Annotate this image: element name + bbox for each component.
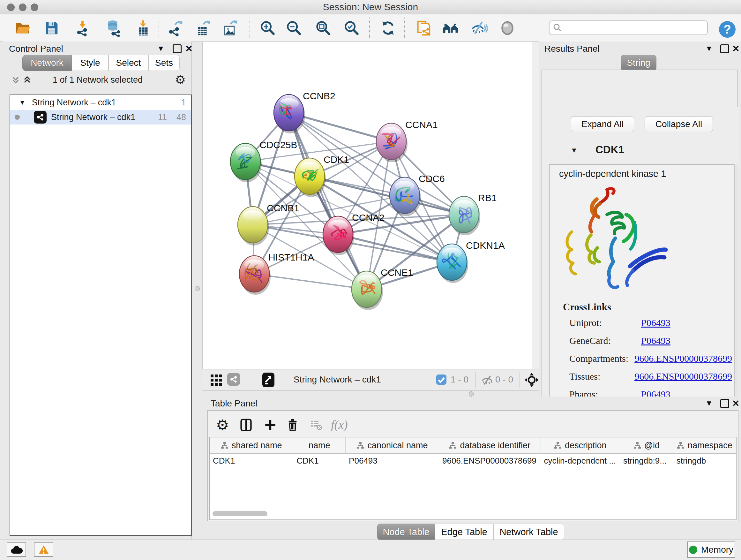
panel-float-icon[interactable] bbox=[720, 44, 729, 53]
network-node-CCNA1[interactable] bbox=[376, 123, 408, 162]
collapse-all-button[interactable]: Collapse All bbox=[645, 116, 713, 132]
network-collection-row[interactable]: ▼ String Network – cdk1 1 bbox=[10, 95, 191, 110]
tab-style[interactable]: Style bbox=[72, 55, 109, 71]
column-header-name[interactable]: name bbox=[293, 437, 346, 453]
table-cell[interactable]: 9606.ENSP00000378699 bbox=[439, 454, 541, 468]
expand-all-icon[interactable] bbox=[22, 75, 32, 85]
zoom-in-icon[interactable] bbox=[259, 19, 276, 37]
selected-checkbox-icon[interactable] bbox=[436, 374, 447, 385]
delete-column-icon[interactable] bbox=[284, 416, 301, 434]
table-cell[interactable]: stringdb bbox=[673, 454, 736, 468]
refresh-icon[interactable] bbox=[380, 19, 397, 37]
search-input[interactable] bbox=[562, 23, 701, 33]
tab-sets[interactable]: Sets bbox=[148, 55, 180, 71]
splitter-handle[interactable] bbox=[195, 286, 200, 291]
hidden-eye-icon[interactable] bbox=[481, 374, 493, 386]
entry-expander-icon[interactable]: ▼ bbox=[570, 146, 578, 154]
network-node-CDC6[interactable] bbox=[390, 177, 421, 216]
hide-selected-icon[interactable] bbox=[470, 19, 488, 37]
panel-float-icon[interactable] bbox=[720, 399, 729, 408]
panel-close-icon[interactable]: ✕ bbox=[732, 398, 739, 409]
export-image-icon[interactable] bbox=[221, 19, 239, 37]
splitter-handle[interactable] bbox=[469, 391, 474, 396]
network-node-CCNB2[interactable] bbox=[274, 95, 305, 133]
export-network-icon[interactable] bbox=[167, 19, 185, 37]
detach-view-icon[interactable] bbox=[262, 372, 275, 388]
share-network-icon[interactable] bbox=[227, 373, 240, 386]
horizontal-scrollbar[interactable] bbox=[212, 511, 267, 516]
table-cell[interactable]: CDK1 bbox=[293, 454, 346, 468]
import-network-icon[interactable] bbox=[74, 19, 91, 37]
zoom-out-icon[interactable] bbox=[285, 19, 302, 37]
import-table-icon[interactable] bbox=[135, 19, 152, 37]
column-header-@id[interactable]: @id bbox=[620, 437, 673, 453]
network-row[interactable]: String Network – cdk1 11 48 bbox=[10, 110, 191, 125]
column-header-description[interactable]: description bbox=[541, 437, 620, 453]
network-node-CDKN1A[interactable] bbox=[437, 244, 468, 283]
add-column-icon[interactable] bbox=[261, 416, 279, 434]
save-session-icon[interactable] bbox=[43, 19, 60, 37]
crosslink-link[interactable]: P06493 bbox=[641, 335, 670, 346]
network-node-CDK1[interactable] bbox=[294, 158, 326, 197]
panel-float-icon[interactable] bbox=[173, 44, 182, 53]
network-graph[interactable]: CCNB2CCNA1CDC25BCDK1CDC6RB1CCNB1CCNA2CDK… bbox=[203, 42, 532, 369]
network-node-CCNE1[interactable] bbox=[352, 271, 383, 310]
tree-expander-icon[interactable]: ▼ bbox=[19, 99, 25, 106]
table-cell[interactable]: stringdb:9... bbox=[620, 454, 673, 468]
panel-close-icon[interactable]: ✕ bbox=[732, 44, 739, 54]
string-protein-query-icon[interactable] bbox=[442, 19, 459, 37]
network-options-gear-icon[interactable]: ⚙ bbox=[175, 73, 186, 87]
open-session-icon[interactable] bbox=[14, 19, 31, 37]
table-cell[interactable]: P06493 bbox=[346, 454, 439, 468]
table-cell[interactable]: cyclin-dependent ... bbox=[541, 454, 620, 468]
crosslink-link[interactable]: P06493 bbox=[641, 317, 670, 328]
network-edge[interactable] bbox=[289, 113, 367, 289]
expand-all-button[interactable]: Expand All bbox=[571, 116, 634, 132]
panel-close-icon[interactable]: ✕ bbox=[185, 44, 192, 54]
zoom-selected-icon[interactable] bbox=[343, 19, 360, 37]
column-header-database-identifier[interactable]: database identifier bbox=[439, 437, 541, 453]
column-header-canonical-name[interactable]: canonical name bbox=[346, 437, 439, 453]
tab-edge-table[interactable]: Edge Table bbox=[435, 523, 493, 540]
help-icon[interactable]: ? bbox=[719, 21, 736, 38]
network-node-HIST1H1A[interactable] bbox=[239, 256, 271, 295]
export-network-to-file-icon[interactable] bbox=[415, 19, 432, 37]
collapse-all-icon[interactable] bbox=[11, 75, 20, 85]
column-header-namespace[interactable]: namespace bbox=[673, 437, 736, 453]
show-hidden-icon[interactable] bbox=[499, 19, 516, 37]
network-label: String Network – cdk1 bbox=[51, 112, 135, 122]
search-field[interactable] bbox=[549, 20, 708, 35]
zoom-fit-icon[interactable] bbox=[315, 19, 332, 37]
crosslink-link[interactable]: 9606.ENSP00000378699 bbox=[634, 371, 732, 382]
grid-view-icon[interactable] bbox=[209, 373, 223, 387]
results-scrollbar[interactable] bbox=[734, 165, 738, 412]
center-view-icon[interactable] bbox=[524, 372, 539, 388]
panel-menu-icon[interactable]: ▼ bbox=[705, 44, 713, 53]
network-node-CCNA2[interactable] bbox=[323, 216, 354, 255]
tab-network[interactable]: Network bbox=[22, 55, 72, 71]
panel-menu-icon[interactable]: ▼ bbox=[705, 399, 713, 408]
crosslink-link[interactable]: 9606.ENSP00000378699 bbox=[634, 353, 732, 364]
delete-table-icon[interactable] bbox=[307, 416, 325, 434]
table-row[interactable]: CDK1CDK1P064939606.ENSP00000378699cyclin… bbox=[210, 454, 736, 468]
network-node-CCNB1[interactable] bbox=[238, 206, 269, 246]
cloud-status-button[interactable] bbox=[7, 543, 26, 557]
export-table-icon[interactable] bbox=[194, 19, 212, 37]
network-edge[interactable] bbox=[254, 274, 367, 289]
function-builder-icon[interactable]: f(x) bbox=[331, 418, 348, 432]
import-network-from-database-icon[interactable] bbox=[105, 19, 122, 37]
show-columns-icon[interactable] bbox=[237, 416, 255, 434]
tab-node-table[interactable]: Node Table bbox=[377, 523, 435, 540]
warning-status-button[interactable] bbox=[34, 543, 53, 557]
column-header-shared-name[interactable]: shared name bbox=[210, 437, 293, 453]
table-settings-gear-icon[interactable]: ⚙ bbox=[213, 416, 231, 434]
tab-string[interactable]: String bbox=[621, 55, 657, 71]
network-canvas[interactable]: CCNB2CCNA1CDC25BCDK1CDC6RB1CCNB1CCNA2CDK… bbox=[202, 42, 532, 370]
control-panel: Control Panel ▼ ✕ Network Style Select S… bbox=[3, 42, 192, 539]
table-cell[interactable]: CDK1 bbox=[210, 454, 293, 468]
panel-menu-icon[interactable]: ▼ bbox=[157, 44, 165, 53]
tab-network-table[interactable]: Network Table bbox=[493, 523, 564, 540]
network-node-RB1[interactable] bbox=[449, 196, 480, 235]
tab-select[interactable]: Select bbox=[109, 55, 148, 71]
memory-button[interactable]: Memory bbox=[687, 542, 735, 558]
